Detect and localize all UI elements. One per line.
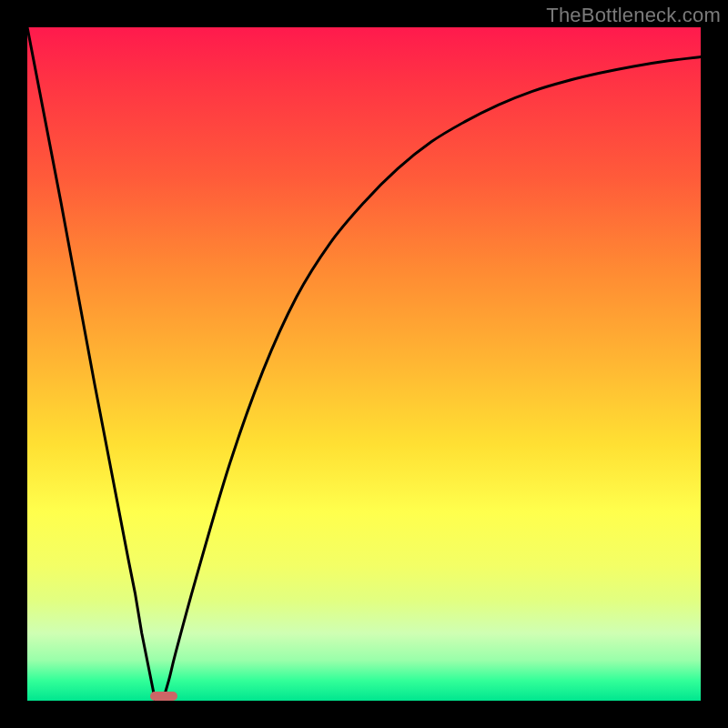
optimum-range-marker: [150, 692, 177, 701]
figure-root: TheBottleneck.com: [0, 0, 728, 728]
bottleneck-curve-svg: [27, 27, 701, 701]
plot-area: [27, 27, 701, 701]
bottleneck-curve-path: [27, 27, 701, 701]
watermark-text: TheBottleneck.com: [546, 4, 721, 27]
